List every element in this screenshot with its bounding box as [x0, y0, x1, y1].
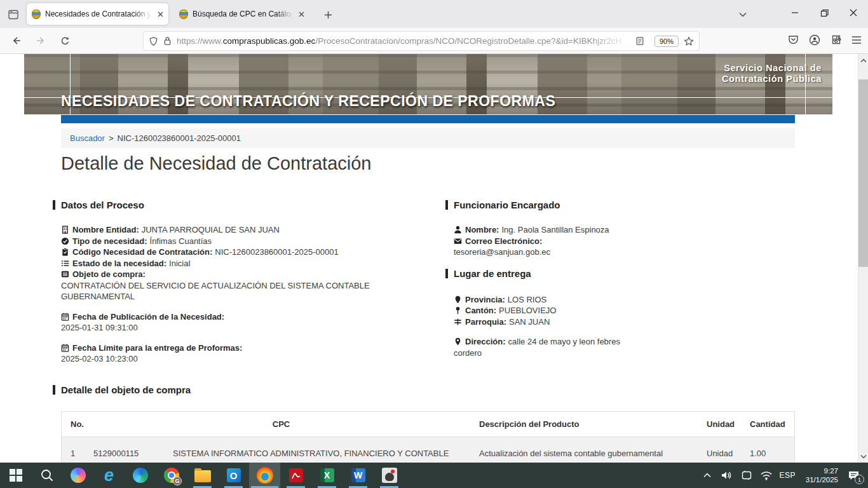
field-label: Dirección: — [465, 337, 506, 346]
language-indicator[interactable]: ESP — [779, 471, 796, 480]
agency-line2: Contratación Pública — [722, 74, 822, 85]
java-app-button[interactable] — [374, 463, 405, 488]
map-marker-alt-icon — [454, 337, 462, 346]
zoom-level-badge[interactable]: 90% — [654, 36, 679, 47]
field-value: JUNTA PARROQUIAL DE SAN JUAN — [142, 225, 280, 234]
excel-button[interactable]: X — [311, 463, 342, 488]
chrome-button[interactable]: G — [156, 463, 187, 488]
new-tab-button[interactable] — [320, 6, 336, 23]
cell-cpc-code: 5129000115 — [88, 449, 168, 458]
word-button[interactable]: W — [342, 463, 374, 488]
cell-descripcion: Actualización del sistema contable guber… — [474, 449, 702, 458]
restore-button[interactable] — [810, 0, 839, 25]
clock[interactable]: 9:27 31/1/2025 — [801, 466, 838, 484]
field-label: Parroquia: — [465, 317, 506, 327]
search-icon — [40, 468, 54, 482]
check-circle-icon — [61, 237, 69, 245]
wifi-icon — [760, 471, 773, 480]
pocket-icon[interactable] — [788, 34, 799, 48]
section-heading-lugar: Lugar de entrega — [454, 268, 632, 279]
notification-center-button[interactable]: 1 — [844, 463, 863, 488]
wifi-button[interactable] — [759, 463, 773, 488]
col-header-descripcion: Descripción del Producto — [474, 419, 702, 429]
url-bar[interactable]: https://www.compraspublicas.gob.ec/Proce… — [143, 31, 700, 51]
field-label: Tipo de necesidad: — [72, 236, 147, 246]
acrobat-reader-icon — [289, 468, 303, 482]
browser-tab-necesidades[interactable]: Necesidades de Contratación y — [27, 3, 168, 25]
breadcrumb: Buscador > NIC-1260023860001-2025-00001 — [61, 128, 795, 148]
fecha-publicacion-value: 2025-01-31 09:31:00 — [61, 322, 442, 334]
vertical-scrollbar[interactable] — [858, 54, 868, 463]
section-heading-datos: Datos del Proceso — [61, 200, 442, 210]
file-explorer-button[interactable] — [187, 463, 218, 488]
breadcrumb-buscador-link[interactable]: Buscador — [70, 133, 105, 143]
close-button[interactable] — [839, 0, 868, 25]
field-codigo-necesidad: Código Necesidad de Contratación:NIC-126… — [61, 247, 442, 258]
map-marker-icon — [454, 295, 462, 304]
detalle-objeto-compra-section: Detalle del objeto de compra No. CPC Des… — [61, 384, 795, 463]
tab-close-icon[interactable] — [158, 11, 163, 17]
chevron-up-icon — [703, 473, 711, 478]
field-nombre-entidad: Nombre Entidad:JUNTA PARROQUIAL DE SAN J… — [61, 224, 442, 236]
scrollbar-thumb[interactable] — [858, 79, 868, 267]
back-button[interactable] — [6, 31, 27, 50]
url-domain: compraspublicas.gob.ec — [223, 36, 316, 46]
tab-close-icon[interactable] — [299, 11, 304, 17]
hidden-icons-chevron[interactable] — [700, 463, 714, 488]
close-icon — [850, 9, 857, 17]
correo-value: tesoreria@sanjuan.gob.ec — [454, 247, 632, 258]
tray-time: 9:27 — [801, 466, 838, 475]
minimize-button[interactable] — [780, 0, 810, 25]
field-label: Cantón: — [465, 306, 496, 315]
scroll-up-arrow-icon[interactable] — [858, 55, 868, 65]
bookmark-star-icon[interactable] — [684, 36, 694, 46]
forward-button[interactable] — [31, 31, 51, 50]
clipboard-check-icon — [61, 248, 69, 256]
page-title: Detalle de Necesidad de Contratación — [61, 153, 371, 174]
field-value: NIC-1260023860001-2025-00001 — [215, 247, 338, 257]
firefox-icon — [257, 467, 273, 484]
firefox-button[interactable] — [249, 463, 280, 488]
notification-count-badge: 1 — [855, 475, 864, 484]
tracking-shield-icon[interactable] — [149, 36, 158, 46]
reload-button[interactable] — [55, 31, 75, 50]
firefox-view-button[interactable] — [5, 6, 22, 23]
copilot-button[interactable] — [62, 463, 93, 488]
chevron-down-icon — [739, 12, 747, 17]
datos-del-proceso-section: Datos del Proceso Nombre Entidad:JUNTA P… — [61, 200, 442, 365]
java-duke-icon — [382, 468, 397, 483]
browser-tab-busqueda-cpc[interactable]: Búsqueda de CPC en Catálogo — [174, 3, 309, 25]
cell-no: 1 — [62, 449, 88, 458]
col-header-no: No. — [62, 419, 88, 429]
excel-icon: X — [320, 468, 334, 482]
list-all-tabs-button[interactable] — [734, 6, 752, 23]
volume-button[interactable] — [720, 463, 734, 488]
field-objeto-compra: Objeto de compra: — [61, 269, 442, 280]
right-column: Funcionario Encargado Nombre:Ing. Paola … — [454, 200, 632, 358]
search-button[interactable] — [31, 463, 62, 488]
field-correo-label: Correo Electrónico: — [454, 236, 632, 247]
internet-explorer-button[interactable]: e — [93, 463, 125, 488]
objeto-compra-value: CONTRATACIÓN DEL SERVICIO DE ACTUALIZACI… — [61, 280, 442, 302]
start-button[interactable] — [0, 463, 31, 488]
tray-date: 31/1/2025 — [801, 475, 838, 484]
hamburger-menu-icon[interactable] — [851, 36, 862, 47]
connect-device-button[interactable] — [740, 463, 754, 488]
url-scheme: https://www. — [177, 36, 223, 46]
field-fecha-limite: Fecha Límite para la entrega de Proforma… — [61, 342, 442, 354]
extensions-puzzle-icon[interactable] — [831, 34, 841, 48]
lock-icon[interactable] — [163, 36, 172, 46]
screen: Necesidades de Contratación y Búsqueda d… — [0, 0, 868, 488]
scroll-down-arrow-icon[interactable] — [858, 451, 868, 461]
field-label: Nombre: — [465, 225, 499, 234]
outlook-button[interactable]: O — [218, 463, 249, 488]
edge-button[interactable] — [125, 463, 156, 488]
map-pin-icon — [454, 306, 462, 315]
acrobat-button[interactable] — [280, 463, 311, 488]
field-value: Ínfimas Cuantías — [150, 236, 212, 246]
reader-view-icon[interactable] — [635, 36, 644, 46]
field-tipo-necesidad: Tipo de necesidad:Ínfimas Cuantías — [61, 236, 442, 247]
account-icon[interactable] — [809, 34, 820, 48]
envelope-icon — [454, 237, 462, 245]
calendar-icon — [61, 344, 69, 352]
